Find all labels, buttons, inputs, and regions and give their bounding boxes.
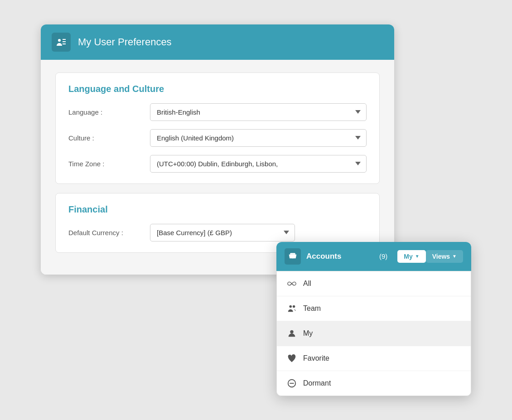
- menu-item-dormant-label: Dormant: [303, 379, 331, 387]
- page-title: My User Preferences: [78, 36, 172, 48]
- menu-item-all[interactable]: All: [277, 271, 471, 296]
- menu-item-my-label: My: [303, 329, 313, 338]
- menu-item-favorite[interactable]: Favorite: [277, 346, 471, 371]
- svg-rect-5: [292, 256, 294, 258]
- culture-select[interactable]: English (United Kingdom) English (United…: [150, 129, 367, 147]
- svg-point-7: [293, 305, 295, 308]
- timezone-label: Time Zone :: [68, 160, 150, 168]
- language-row: Language : British-English American-Engl…: [68, 103, 367, 121]
- team-icon: [287, 304, 297, 314]
- accounts-card: Accounts (9) My ▼ Views ▼ All: [276, 242, 471, 396]
- preferences-card: My User Preferences Language and Culture…: [41, 24, 394, 275]
- svg-point-8: [290, 330, 293, 333]
- currency-row: Default Currency : [Base Currency] (£ GB…: [68, 224, 367, 241]
- menu-item-team[interactable]: Team: [277, 296, 471, 321]
- culture-label: Culture :: [68, 134, 150, 142]
- infinity-icon: [287, 279, 297, 289]
- tab-views[interactable]: Views ▼: [426, 250, 463, 263]
- minus-circle-icon: [287, 378, 297, 388]
- tab-my-label: My: [404, 253, 412, 260]
- menu-item-favorite-label: Favorite: [303, 354, 329, 362]
- language-select[interactable]: British-English American-English French: [150, 103, 367, 121]
- timezone-row: Time Zone : (UTC+00:00) Dublin, Edinburg…: [68, 155, 367, 173]
- language-section-title: Language and Culture: [68, 84, 367, 94]
- currency-select[interactable]: [Base Currency] (£ GBP) USD ($) EUR (€): [150, 224, 295, 241]
- accounts-header: Accounts (9) My ▼ Views ▼: [276, 242, 471, 271]
- user-list-icon: [52, 33, 71, 52]
- tab-my-arrow: ▼: [415, 254, 420, 259]
- timezone-select[interactable]: (UTC+00:00) Dublin, Edinburgh, Lisbon, (…: [150, 155, 367, 173]
- language-label: Language :: [68, 108, 150, 116]
- menu-item-team-label: Team: [303, 304, 321, 313]
- tab-my[interactable]: My ▼: [397, 250, 425, 263]
- accounts-tabs: My ▼ Views ▼: [397, 250, 463, 263]
- heart-icon: [287, 353, 297, 363]
- accounts-title: Accounts: [306, 252, 374, 261]
- store-icon: [285, 248, 301, 265]
- menu-item-dormant[interactable]: Dormant: [277, 371, 471, 396]
- menu-item-all-label: All: [303, 280, 311, 288]
- accounts-dropdown-menu: All Team My: [276, 271, 471, 396]
- svg-point-6: [290, 305, 292, 308]
- language-section: Language and Culture Language : British-…: [55, 72, 380, 184]
- currency-label: Default Currency :: [68, 229, 150, 237]
- accounts-count: (9): [379, 252, 387, 260]
- person-icon: [287, 328, 297, 338]
- preferences-header: My User Preferences: [41, 24, 394, 60]
- culture-row: Culture : English (United Kingdom) Engli…: [68, 129, 367, 147]
- svg-point-0: [58, 39, 61, 42]
- tab-views-arrow: ▼: [452, 254, 457, 259]
- financial-section-title: Financial: [68, 204, 367, 215]
- menu-item-my[interactable]: My: [277, 321, 471, 346]
- tab-views-label: Views: [432, 253, 450, 260]
